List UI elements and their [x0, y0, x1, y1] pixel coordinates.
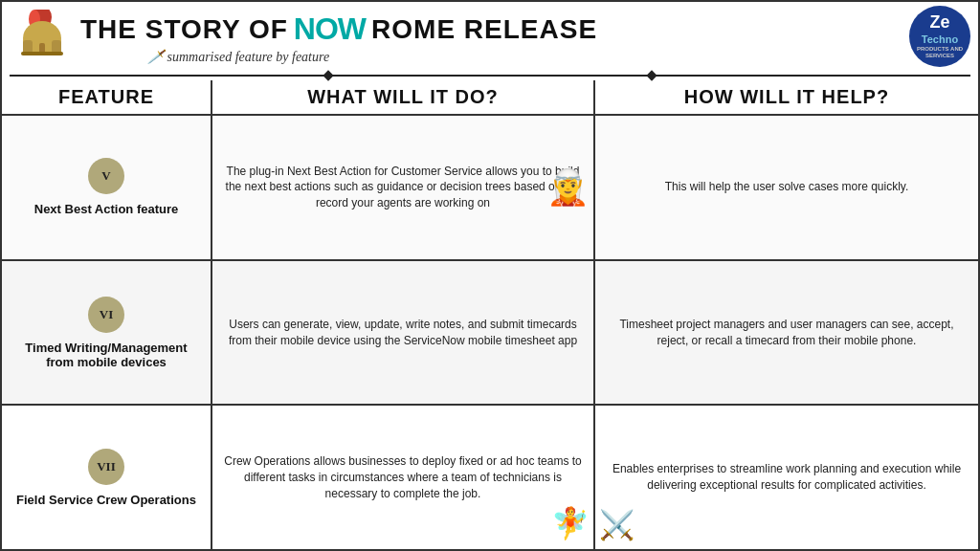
feature-cell-2: VI Timed Writing/Management from mobile …: [2, 261, 212, 405]
zetechno-logo: Ze Techno PRODUCTS AND SERVICES: [909, 6, 970, 67]
col-feature-header: FEATURE: [2, 80, 212, 114]
divider-line-right: [656, 75, 970, 77]
helmet-icon: [13, 10, 71, 67]
main-title: THE STORY OF now ROME RELEASE: [80, 11, 597, 47]
table-row: VI Timed Writing/Management from mobile …: [2, 261, 978, 407]
what-cell-1: The plug-in Next Best Action for Custome…: [212, 116, 595, 259]
header-title-block: THE STORY OF now ROME RELEASE 🗡️ summari…: [80, 11, 597, 65]
header-left: THE STORY OF now ROME RELEASE 🗡️ summari…: [13, 10, 597, 67]
zetechno-ze: Ze: [929, 12, 949, 33]
zetechno-sub: PRODUCTS AND SERVICES: [909, 46, 970, 59]
roman-numeral-1: V: [88, 158, 124, 194]
svg-rect-5: [23, 40, 33, 54]
col-what-header: WHAT WILL IT DO?: [212, 80, 595, 114]
divider-diamond-2: [646, 70, 657, 80]
col-headers: FEATURE WHAT WILL IT DO? HOW WILL IT HEL…: [2, 80, 978, 116]
zetechno-techno: Techno: [922, 33, 958, 46]
feature-cell-3: VII Field Service Crew Operations: [2, 406, 212, 549]
title-part1: THE STORY OF: [80, 14, 288, 45]
divider-diamond-1: [323, 70, 334, 80]
help-cell-1: This will help the user solve cases more…: [595, 116, 978, 259]
character-icon-3: 🧚: [551, 502, 590, 545]
help-cell-3: ⚔️ Enables enterprises to streamline wor…: [595, 406, 978, 549]
roman-numeral-3: VII: [88, 449, 124, 485]
title-part2: ROME RELEASE: [371, 14, 597, 45]
col-how-header: HOW WILL IT HELP?: [595, 80, 978, 114]
warrior-icon-3: ⚔️: [599, 505, 635, 545]
subtitle: 🗡️ summarised feature by feature: [147, 49, 597, 65]
what-cell-2: Users can generate, view, update, write …: [212, 261, 595, 405]
table-row: V Next Best Action feature The plug-in N…: [2, 116, 978, 261]
now-logo: now: [294, 11, 366, 47]
feature-name-3: Field Service Crew Operations: [16, 493, 196, 507]
soldier-icon-1: 🧝: [546, 164, 590, 211]
rows-area: V Next Best Action feature The plug-in N…: [2, 116, 978, 549]
table-container: FEATURE WHAT WILL IT DO? HOW WILL IT HEL…: [2, 80, 978, 549]
table-row: VII Field Service Crew Operations Crew O…: [2, 406, 978, 549]
feature-cell-1: V Next Best Action feature: [2, 116, 212, 259]
feature-name-2: Timed Writing/Management from mobile dev…: [13, 341, 199, 369]
divider-line-mid: [332, 75, 647, 77]
feature-name-1: Next Best Action feature: [34, 202, 179, 216]
page-wrapper: THE STORY OF now ROME RELEASE 🗡️ summari…: [0, 0, 980, 551]
svg-rect-7: [21, 52, 63, 55]
what-cell-3: Crew Operations allows businesses to dep…: [212, 406, 595, 549]
roman-numeral-2: VI: [88, 297, 124, 333]
help-cell-2: Timesheet project managers and user mana…: [595, 261, 978, 405]
header: THE STORY OF now ROME RELEASE 🗡️ summari…: [2, 2, 978, 71]
divider-line-left: [10, 75, 324, 77]
fancy-divider: [2, 71, 978, 80]
svg-rect-6: [52, 40, 61, 54]
